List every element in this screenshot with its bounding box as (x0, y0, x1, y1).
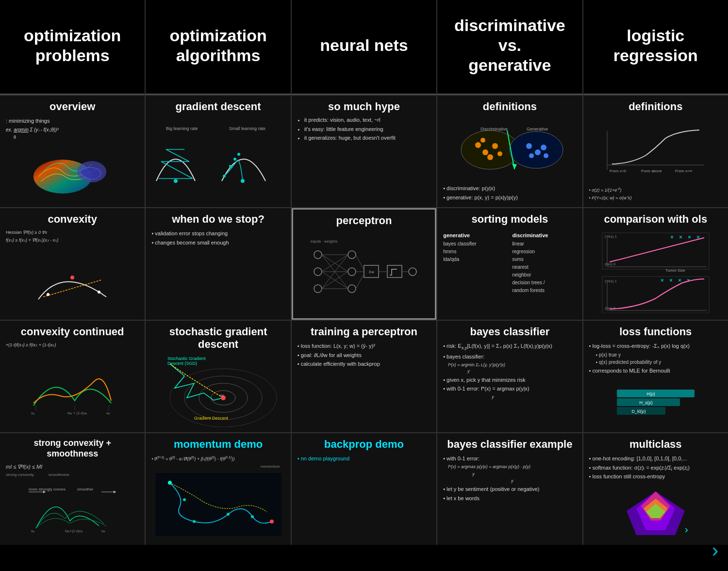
loss-functions-body: log-loss = cross-entropy: -Σₓ p(x) log q… (589, 341, 722, 375)
cell-loss-functions: loss functions log-loss = cross-entropy:… (583, 321, 728, 432)
convexity-cont-body: +(1-t)f(x₂) ≥ f(tx₁ + (1-t)x₂) (6, 341, 139, 350)
svg-point-121 (183, 498, 186, 501)
cell-backprop-demo: backprop demo nn demo playground (292, 433, 436, 545)
strong-convexity-visual: x₁ tx₁+(1-t)x₂ x₂ more strongly convex s… (6, 478, 139, 540)
cell-sgd: stochastic gradient descent Stochastic G… (146, 321, 290, 432)
svg-point-39 (70, 276, 74, 279)
svg-text:Tumor Size: Tumor Size (665, 268, 685, 273)
stop-title: when do we stop? (151, 213, 284, 226)
svg-point-16 (475, 142, 481, 148)
sorting-models-content: generative bayes classifierhmmslda/qda d… (443, 232, 576, 294)
multiclass-title: multiclass (589, 438, 722, 451)
bc-formula: f*(x) = argmin Σᵧ L(y, y')p(y'|x) (448, 362, 576, 369)
sorting-models-title: sorting models (443, 213, 576, 226)
sorting-disc-items: linearregressionsvmsnearestneighbordecis… (512, 240, 576, 294)
svg-point-23 (526, 143, 532, 149)
svg-marker-29 (512, 163, 517, 169)
hype-bullet-2: it's easy: little feature engineering (304, 125, 430, 133)
logreg-sigma: • σ(z) = 1/(1+e-z) (589, 186, 722, 194)
svg-text:D_kl(p): D_kl(p) (631, 409, 645, 414)
overview-line1: : minimizing things (6, 117, 139, 125)
strong-convexity-svg: x₁ tx₁+(1-t)x₂ x₂ more strongly convex s… (26, 485, 118, 533)
multiclass-body: one-hot encoding: [1,0,0], [0,1,0], [0,0… (589, 454, 722, 482)
svg-line-59 (356, 255, 364, 270)
convexity-title: convexity (6, 213, 139, 226)
bc-formula-y: y (467, 368, 576, 375)
svg-rect-78 (602, 277, 709, 313)
svg-point-14 (237, 153, 240, 156)
tp-bullet-1: loss function: L(x, y; w) = (ŷ- y)² (298, 342, 430, 350)
bc-bullet-2: bayes classifier: (443, 353, 576, 361)
svg-text:Big learning rate: Big learning rate (166, 126, 198, 131)
cell-bayes-example: bayes classifier example with 0-1 error:… (437, 433, 582, 545)
cell-perceptron: perceptron (292, 208, 436, 320)
svg-point-120 (270, 520, 274, 523)
hype-title: so much hype (298, 100, 430, 113)
strong-convexity-body: mI ≤ ∇²f(x) ≤ MI strong convexity smooth… (6, 462, 139, 478)
bc-bullet-1: risk: Ex,y[L(f(x), y)] = Σₓ p(x) Σᵧ L(f(… (443, 342, 576, 352)
svg-text:From x=0: From x=0 (610, 169, 627, 173)
next-arrow[interactable]: › (712, 539, 718, 545)
svg-text:×: × (669, 277, 673, 284)
loss-entropy-visual: H(p) H_s(p) D_kl(p) (589, 378, 722, 427)
momentum-formula: • θ(t+1) = θ(t) - αₜ∇f(θ(t)) + βₜ(f(θ(t)… (151, 454, 284, 470)
tp-bullet-2: goal: ∂L/∂w for all weights (298, 351, 430, 359)
cell-strong-convexity: strong convexity + smoothness mI ≤ ∇²f(x… (0, 433, 145, 545)
ols-comparison-title: comparison with ols (589, 213, 722, 226)
convexity-body: Hessian ∇²f(x) ≥ 0 ∀x f(x₂) ≥ f(x₁) + ∇f… (6, 228, 139, 245)
svg-point-18 (492, 143, 498, 149)
sorting-disc-label: discriminative (512, 232, 576, 238)
lf-bullet-2: corresponds to MLE for Bernoulli (589, 367, 722, 375)
svg-point-13 (233, 158, 236, 161)
multiclass-svg: › (617, 487, 695, 535)
svg-marker-117 (114, 490, 116, 493)
cell-bayes-classifier: bayes classifier risk: Ex,y[L(f(x), y)] … (437, 321, 582, 432)
stop-body: validation error stops changing changes … (151, 228, 284, 247)
svg-point-21 (480, 138, 485, 143)
hype-bullet-3: it generalizes: huge, but doesn't overfi… (304, 134, 430, 142)
hype-bullet-1: it predicts: vision, audio, text, ~rl (304, 116, 430, 124)
svg-rect-103 (617, 390, 695, 397)
header-col1: optimization problems (0, 0, 145, 95)
header-title-4: discriminative vs. generative (447, 16, 572, 75)
convexity-svg (29, 256, 116, 304)
disc-gen-def-title: definitions (443, 100, 576, 113)
svg-point-119 (168, 481, 172, 485)
backprop-link[interactable]: nn demo playground (298, 455, 430, 463)
mc-bullet-1: one-hot encoding: [1,0,0], [0,1,0], [0,0… (589, 455, 722, 463)
ols-svg: (Yes) 1 (No) 0 × × × × Tumor Size (Yes) … (597, 230, 714, 313)
svg-rect-67 (602, 233, 709, 269)
header-title-1: optimization problems (24, 26, 121, 65)
svg-text:(Yes) 1: (Yes) 1 (605, 279, 617, 283)
svg-text:›: › (685, 524, 688, 535)
lf-qx: ▪ q(x) predicted probability of y (596, 359, 722, 366)
cell-ols-comparison: comparison with ols (Yes) 1 (No) 0 × × ×… (583, 208, 728, 320)
svg-text:x₂: x₂ (106, 411, 110, 415)
multiclass-visual: › (589, 482, 722, 540)
be-bullet-1: with 0-1 error: (443, 455, 576, 463)
svg-text:(Yes) 1: (Yes) 1 (605, 234, 617, 239)
be-y1: y (472, 471, 576, 478)
svg-point-12 (229, 165, 232, 168)
logreg-def-title: definitions (589, 100, 722, 113)
cell-convexity: convexity Hessian ∇²f(x) ≥ 0 ∀x f(x₂) ≥ … (0, 208, 145, 320)
disc-gen-visual: Discriminative Generative decision bound… (443, 116, 576, 183)
bayes-classifier-body: risk: Ex,y[L(f(x), y)] = Σₓ p(x) Σᵧ L(f(… (443, 341, 576, 400)
perceptron-svg: Σw inputs · weights (308, 240, 420, 303)
svg-text:H(p): H(p) (646, 392, 655, 396)
bayes-classifier-title: bayes classifier (443, 326, 576, 338)
svg-rect-62 (387, 265, 402, 277)
svg-point-24 (535, 149, 541, 155)
overview-formula: ex. argmin Σ (yᵢ - f(xᵢ;θ))² (6, 126, 139, 133)
be-formula1: f*(x) = argmax p(y|x) = argmax p(x|y) · … (448, 464, 576, 471)
lf-bullet-1: log-loss = cross-entropy: -Σₓ p(x) log q… (589, 342, 722, 350)
entropy-svg: H(p) H_s(p) D_kl(p) (612, 387, 699, 419)
svg-point-46 (348, 268, 356, 276)
gen-bullet: generative: p(x, y) = p(x|y)p(y) (443, 194, 576, 202)
cell-overview: overview : minimizing things ex. argmin … (0, 96, 145, 207)
cell-sorting-models: sorting models generative bayes classifi… (437, 208, 582, 320)
cell-logreg-def: definitions From x=0 From x=∞ From above… (583, 96, 728, 207)
header-title-3: neural nets (320, 35, 408, 55)
svg-text:(No) 0: (No) 0 (605, 262, 616, 266)
sgd-visual: Stochastic Gradient Descent (SGD) Gradie… (151, 354, 284, 427)
